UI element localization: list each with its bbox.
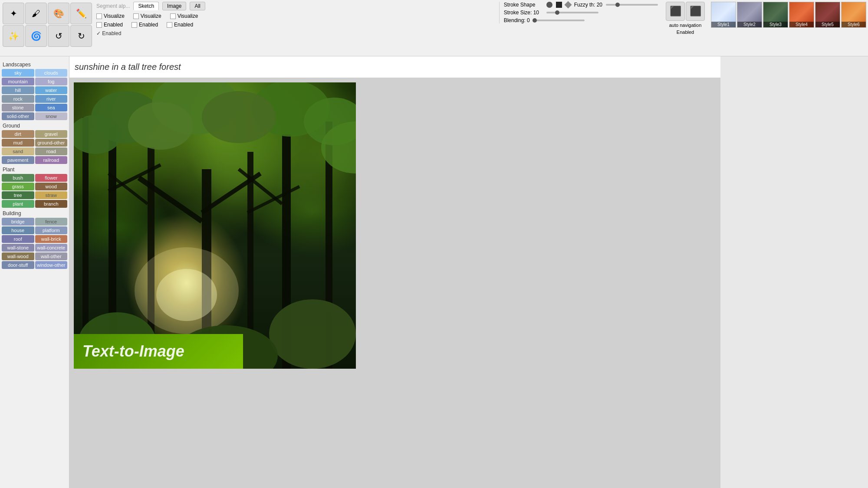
chip-bush[interactable]: bush bbox=[2, 174, 34, 182]
vis-check-2[interactable] bbox=[133, 13, 139, 19]
chip-wall-concrete[interactable]: wall-concrete bbox=[35, 244, 68, 252]
chip-wall-wood[interactable]: wall-wood bbox=[2, 252, 34, 260]
canvas-area: sunshine in a tall tree forest bbox=[69, 56, 720, 488]
tool-palette-btn[interactable]: 🎨 bbox=[48, 3, 69, 24]
enabled-label-1: Enabled bbox=[104, 22, 123, 28]
chip-branch[interactable]: branch bbox=[35, 200, 68, 208]
style-thumb-6[interactable]: Style6 bbox=[841, 2, 866, 28]
chip-grass[interactable]: grass bbox=[2, 183, 34, 190]
chip-gravel[interactable]: gravel bbox=[35, 130, 68, 138]
chip-window-other[interactable]: window-other bbox=[35, 261, 68, 269]
chip-wall-brick[interactable]: wall-brick bbox=[35, 235, 68, 243]
visualize-row: Visualize Visualize Visualize bbox=[96, 13, 496, 19]
auto-nav-buttons: ⬛ ⬛ bbox=[666, 2, 705, 21]
chip-dirt[interactable]: dirt bbox=[2, 130, 34, 138]
chip-mountain[interactable]: mountain bbox=[2, 78, 34, 85]
tool-brush-btn[interactable]: 🖌 bbox=[25, 3, 47, 24]
tool-magic-btn[interactable]: ✨ bbox=[3, 25, 24, 47]
enabled-check-2[interactable] bbox=[132, 22, 137, 28]
chip-ground-other[interactable]: ground-other bbox=[35, 139, 68, 147]
canvas-container: Text-to-Image bbox=[69, 78, 720, 488]
style6-label: Style6 bbox=[842, 22, 866, 27]
enabled-label-2: Enabled bbox=[139, 22, 158, 28]
enabled-item-2: Enabled bbox=[132, 22, 158, 28]
stroke-circle-icon[interactable] bbox=[546, 2, 552, 8]
chip-stone[interactable]: stone bbox=[2, 104, 34, 111]
auto-nav-area: ⬛ ⬛ auto navigation Enabled bbox=[666, 2, 705, 35]
stroke-square-icon[interactable] bbox=[556, 2, 562, 8]
text-to-image-banner: Text-to-Image bbox=[74, 334, 243, 369]
chip-mud[interactable]: mud bbox=[2, 139, 34, 147]
chip-straw[interactable]: straw bbox=[35, 191, 68, 199]
style-thumb-3[interactable]: Style3 bbox=[763, 2, 788, 28]
tool-star-btn[interactable]: ✦ bbox=[3, 3, 24, 24]
stroke-size-slider[interactable] bbox=[546, 12, 598, 13]
style-thumb-2[interactable]: Style2 bbox=[737, 2, 762, 28]
chip-fence[interactable]: fence bbox=[35, 218, 68, 226]
chip-roof[interactable]: roof bbox=[2, 235, 34, 243]
vis-check-3[interactable] bbox=[170, 13, 176, 19]
nav-cube-2[interactable]: ⬛ bbox=[686, 2, 705, 21]
vis-label-3: Visualize bbox=[178, 13, 198, 19]
chip-water[interactable]: water bbox=[35, 86, 68, 94]
banner-label: Text-to-Image bbox=[82, 342, 184, 360]
chip-railroad[interactable]: railroad bbox=[35, 156, 68, 164]
enabled-row: Enabled Enabled Enabled bbox=[96, 22, 496, 28]
canvas-image[interactable]: Text-to-Image bbox=[74, 82, 356, 369]
style4-label: Style4 bbox=[789, 22, 814, 27]
stroke-shape-label: Stroke Shape bbox=[504, 2, 543, 8]
enabled-check-3[interactable] bbox=[167, 22, 172, 28]
chip-sand[interactable]: sand bbox=[2, 147, 34, 155]
enabled-item-3: Enabled bbox=[167, 22, 193, 28]
stroke-shape-row: Stroke Shape Fuzzy th: 20 bbox=[504, 2, 658, 8]
svg-point-24 bbox=[269, 299, 356, 369]
tab-sketch[interactable]: Sketch bbox=[133, 2, 159, 10]
tool-icon-panel: ✦ 🖌 🎨 ✏️ ✨ 🌀 ↺ ↻ bbox=[2, 2, 93, 48]
vis-check-1[interactable] bbox=[96, 13, 102, 19]
style-thumb-4[interactable]: Style4 bbox=[789, 2, 814, 28]
tool-redo-btn[interactable]: ↻ bbox=[70, 25, 92, 47]
style-thumb-1[interactable]: Style1 bbox=[711, 2, 736, 28]
stroke-area: Stroke Shape Fuzzy th: 20 Stroke Size: 1… bbox=[499, 2, 662, 23]
tab-image[interactable]: Image bbox=[162, 2, 186, 10]
chip-sky[interactable]: sky bbox=[2, 69, 34, 77]
forest-svg bbox=[74, 82, 356, 369]
chip-sea[interactable]: sea bbox=[35, 104, 68, 111]
visualize-item-3: Visualize bbox=[170, 13, 198, 19]
chip-wall-stone[interactable]: wall-stone bbox=[2, 244, 34, 252]
chip-plant[interactable]: plant bbox=[2, 200, 34, 208]
blending-slider[interactable] bbox=[533, 20, 585, 21]
chip-rock[interactable]: rock bbox=[2, 95, 34, 103]
tool-spiral-btn[interactable]: 🌀 bbox=[25, 25, 47, 47]
chip-snow[interactable]: snow bbox=[35, 112, 68, 120]
chip-tree[interactable]: tree bbox=[2, 191, 34, 199]
chip-bridge[interactable]: bridge bbox=[2, 218, 34, 226]
tool-undo-btn[interactable]: ↺ bbox=[48, 25, 69, 47]
chip-door-stuff[interactable]: door-stuff bbox=[2, 261, 34, 269]
chip-flower[interactable]: flower bbox=[35, 174, 68, 182]
chip-clouds[interactable]: clouds bbox=[35, 69, 68, 77]
chip-fog[interactable]: fog bbox=[35, 78, 68, 85]
chip-wood[interactable]: wood bbox=[35, 183, 68, 190]
tool-pencil-btn[interactable]: ✏️ bbox=[70, 3, 92, 24]
chip-solid-other[interactable]: solid-other bbox=[2, 112, 34, 120]
vis-label-1: Visualize bbox=[104, 13, 125, 19]
plant-grid: bush flower grass wood tree straw plant … bbox=[2, 174, 67, 208]
tab-all[interactable]: All bbox=[190, 2, 205, 10]
chip-wall-other[interactable]: wall-other bbox=[35, 252, 68, 260]
text-input-bar: sunshine in a tall tree forest bbox=[69, 56, 720, 78]
chip-platform[interactable]: platform bbox=[35, 226, 68, 234]
left-sidebar: Landscapes sky clouds mountain fog hill … bbox=[0, 56, 69, 488]
chip-hill[interactable]: hill bbox=[2, 86, 34, 94]
stroke-diamond-icon[interactable] bbox=[564, 1, 572, 9]
cat-building-title: Building bbox=[3, 210, 67, 216]
nav-cube-1[interactable]: ⬛ bbox=[666, 2, 685, 21]
style-thumb-5[interactable]: Style5 bbox=[815, 2, 840, 28]
enabled-check-1[interactable] bbox=[96, 22, 102, 28]
chip-road[interactable]: road bbox=[35, 147, 68, 155]
chip-house[interactable]: house bbox=[2, 226, 34, 234]
visualize-item-1: Visualize bbox=[96, 13, 125, 19]
chip-pavement[interactable]: pavement bbox=[2, 156, 34, 164]
fuzzy-slider[interactable] bbox=[606, 4, 658, 6]
chip-river[interactable]: river bbox=[35, 95, 68, 103]
